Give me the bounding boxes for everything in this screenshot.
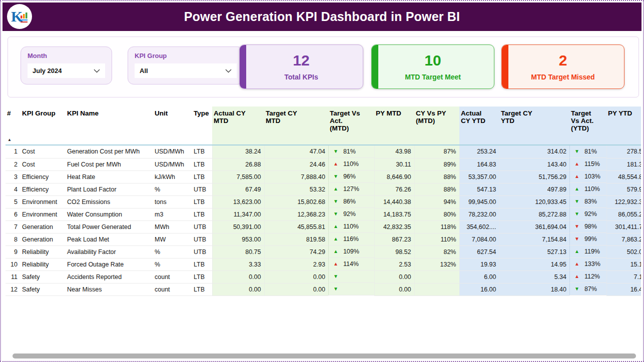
table-row[interactable]: 12SafetyNear MissescountLTB0.000.00▼0.00… (6, 283, 641, 296)
col-header-index[interactable]: # ▲ (6, 106, 21, 145)
target-cy-ytd: 7,154.84 (499, 233, 569, 246)
col-header-actual-cy-ytd[interactable]: Actual CY YTD (459, 106, 499, 145)
cy-vs-py-mtd: 82% (414, 246, 459, 258)
table-row[interactable]: 7GenerationTotal Power GeneratedMWhUTB50… (6, 220, 641, 233)
target-cy-mtd: 74.29 (264, 246, 328, 258)
table-row[interactable]: 9ReliabilityAvailability Factor%UTB80.75… (6, 246, 641, 258)
row-index: 8 (6, 233, 21, 246)
down-triangle-icon: ▼ (333, 149, 338, 154)
py-mtd: 867.23 (374, 233, 414, 246)
col-header-kpi-name[interactable]: KPI Name (66, 106, 153, 145)
cy-vs-py-mtd: 118% (414, 220, 459, 233)
table-row[interactable]: 6EnvironmentWater Consumptionm3LTB11,347… (6, 208, 641, 220)
kpi-unit: MW (153, 233, 192, 246)
table-row[interactable]: 10ReliabilityForced Outage Rate%LTB3.332… (6, 258, 641, 270)
kpi-group: Environment (21, 208, 66, 220)
target-vs-actual-ytd: ▼98% (569, 220, 606, 233)
kpi-name: Plant Load Factor (66, 183, 153, 196)
col-header-target-cy-ytd[interactable]: Target CY YTD (499, 106, 569, 145)
target-vs-actual-mtd: ▼ (328, 283, 374, 296)
kpi-card-target-meet: 10 MTD Target Meet (371, 44, 494, 89)
app-logo: K (7, 4, 32, 29)
horizontal-scrollbar-thumb[interactable] (13, 354, 636, 358)
card-accent-bar (372, 45, 378, 88)
kpi-group: Environment (21, 196, 66, 208)
row-index: 2 (6, 158, 21, 170)
kpi-name: Peak Load Met (66, 233, 153, 246)
kpi-unit: USD/MWh (153, 145, 192, 158)
target-cy-ytd: 5.34 (499, 270, 569, 283)
table-row[interactable]: 2CostFuel Cost per MWhUSD/MWhLTB26.8824.… (6, 158, 641, 170)
py-ytd: 122,932.3 (606, 196, 641, 208)
kpi-type: LTB (192, 258, 212, 270)
actual-cy-mtd: 13,623.00 (212, 196, 264, 208)
table-row[interactable]: 5EnvironmentCO2 EmissionstonsLTB13,623.0… (6, 196, 641, 208)
kpi-type: UTB (192, 246, 212, 258)
kpi-group-slicer-dropdown[interactable]: All (135, 64, 237, 78)
col-header-kpi-group[interactable]: KPI Group (21, 106, 66, 145)
target-cy-mtd: 0.00 (264, 270, 328, 283)
col-header-unit[interactable]: Unit (153, 106, 192, 145)
col-header-type[interactable]: Type (192, 106, 212, 145)
actual-cy-mtd: 80.75 (212, 246, 264, 258)
py-mtd: 30.11 (374, 158, 414, 170)
up-triangle-icon: ▲ (333, 236, 338, 242)
cy-vs-py-mtd: 80% (414, 208, 459, 220)
row-index: 4 (6, 183, 21, 196)
variance-percent: 110% (343, 223, 359, 230)
py-mtd: 43.98 (374, 145, 414, 158)
table-row[interactable]: 4EfficiencyPlant Load Factor%UTB67.4953.… (6, 183, 641, 196)
table-row[interactable]: 3EfficiencyHeat RatekJ/kWhLTB7,585.007,8… (6, 170, 641, 183)
down-triangle-icon: ▼ (333, 212, 338, 216)
col-header-cy-vs-py-mtd[interactable]: CY Vs PY (MTD) (414, 106, 459, 145)
kpi-unit: count (153, 283, 192, 296)
table-row[interactable]: 11SafetyAccidents ReportedcountLTB0.000.… (6, 270, 641, 283)
actual-cy-ytd: 6.00 (459, 270, 499, 283)
variance-percent: 110% (343, 160, 359, 168)
col-header-target-vs-act-mtd[interactable]: Target Vs Act. (MTD) (328, 106, 374, 145)
col-header-py-mtd[interactable]: PY MTD (374, 106, 414, 145)
up-triangle-icon: ▲ (574, 249, 579, 254)
col-header-target-cy-mtd[interactable]: Target CY MTD (264, 106, 328, 145)
target-vs-actual-ytd: ▲119% (569, 246, 606, 258)
col-header-target-vs-act-ytd[interactable]: Target Vs Act. (YTD) (569, 106, 606, 145)
actual-cy-ytd: 627.54 (459, 246, 499, 258)
chevron-down-icon (225, 69, 232, 73)
target-cy-ytd: 18.40 (499, 283, 569, 296)
target-cy-ytd: 120,933.45 (499, 196, 569, 208)
actual-cy-ytd: 547.13 (459, 183, 499, 196)
up-triangle-icon: ▲ (574, 186, 579, 192)
variance-percent: 110% (584, 186, 600, 192)
variance-percent: 92% (343, 210, 356, 218)
py-ytd: 7,863.2 (606, 233, 641, 246)
target-vs-actual-ytd: ▲110% (569, 183, 606, 196)
kpi-group-slicer-label: KPI Group (135, 52, 237, 60)
month-slicer-dropdown[interactable]: July 2024 (28, 64, 105, 78)
target-cy-mtd: 12,368.23 (264, 208, 328, 220)
table-row[interactable]: 1CostGeneration Cost per MWhUSD/MWhLTB38… (6, 145, 641, 158)
target-cy-mtd: 15,802.68 (264, 196, 328, 208)
variance-percent: 103% (584, 173, 600, 180)
col-header-py-ytd[interactable]: PY YTD (606, 106, 641, 145)
kpi-card-target-missed: 2 MTD Target Missed (501, 44, 624, 89)
variance-percent: 86% (343, 198, 356, 205)
kpi-group: Cost (21, 158, 66, 170)
kpi-name: Availability Factor (66, 246, 153, 258)
py-mtd: 8,646.90 (374, 170, 414, 183)
actual-cy-mtd: 7,585.00 (212, 170, 264, 183)
actual-cy-mtd: 50,391.00 (212, 220, 264, 233)
target-missed-label: MTD Target Missed (531, 73, 594, 81)
target-cy-mtd: 53.32 (264, 183, 328, 196)
col-header-actual-cy-mtd[interactable]: Actual CY MTD (212, 106, 264, 145)
actual-cy-mtd: 38.24 (212, 145, 264, 158)
kpi-group: Safety (21, 283, 66, 296)
cy-vs-py-mtd: 132% (414, 258, 459, 270)
target-vs-actual-mtd: ▼86% (328, 196, 374, 208)
table-row[interactable]: 8GenerationPeak Load MetMWUTB953.00819.5… (6, 233, 641, 246)
target-vs-actual-ytd: ▼99% (569, 233, 606, 246)
variance-percent: 81% (584, 148, 597, 155)
py-mtd: 98.52 (374, 246, 414, 258)
target-meet-label: MTD Target Meet (405, 73, 461, 81)
up-triangle-icon: ▲ (574, 174, 579, 179)
up-triangle-icon: ▲ (333, 186, 338, 192)
